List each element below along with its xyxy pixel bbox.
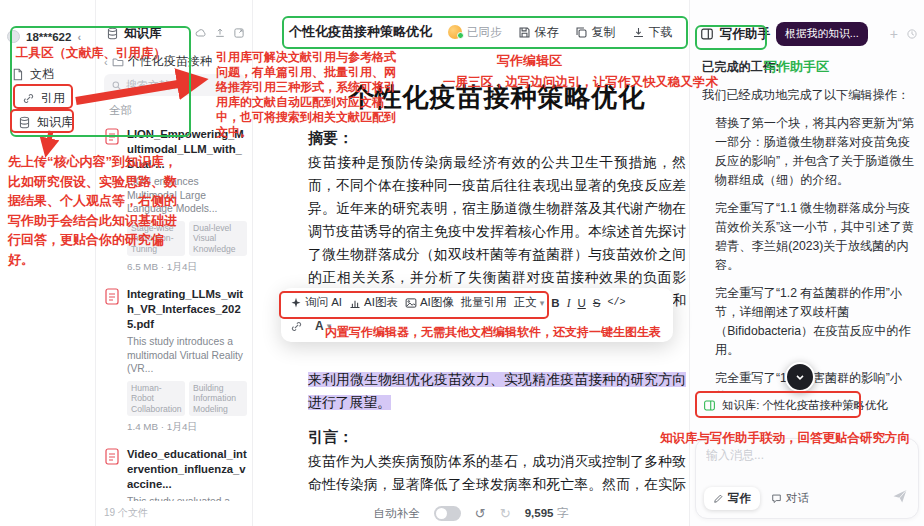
undo-icon[interactable]: ↺ xyxy=(475,506,486,521)
sidebar-item-knowledge-base[interactable]: 知识库 xyxy=(18,114,73,131)
abstract-highlighted-text: 来利用微生物组优化疫苗效力、实现精准疫苗接种的研究方向进行了展望。 xyxy=(308,368,686,414)
kb-panel-title: 知识库 xyxy=(106,25,162,42)
sidebar-item-citations[interactable]: 引用 xyxy=(22,90,65,107)
highlighted-selection: 来利用微生物组优化疫苗效力、实现精准疫苗接种的研究方向进行了展望。 xyxy=(308,372,686,410)
kb-filter-all[interactable]: 全部 xyxy=(109,103,132,118)
image-icon xyxy=(405,297,417,309)
assistant-panel-icon xyxy=(700,27,714,41)
upload-icon[interactable] xyxy=(214,27,226,39)
kb-folder-name: 个性化疫苗接种 xyxy=(128,53,212,70)
underline-button[interactable]: U xyxy=(578,297,586,309)
file-name: LION_Empowering_Multimodal_LLM_with_Dual… xyxy=(127,127,249,172)
chat-mode-button[interactable]: 对话 xyxy=(771,491,809,506)
sidebar-item-label: 文档 xyxy=(30,66,54,83)
kb-search-input[interactable] xyxy=(126,79,238,91)
kb-file-card[interactable]: LION_Empowering_Multimodal_LLM_with_Dual… xyxy=(105,127,249,274)
chart-icon xyxy=(349,297,361,309)
kb-folder-breadcrumb[interactable]: ‹ 个性化疫苗接种 xyxy=(104,53,212,70)
file-name: Integrating_LLMs_with_VR_Interfaces_2025… xyxy=(127,287,249,332)
document-title: 个性化疫苗接种策略优化 xyxy=(308,80,686,115)
save-icon xyxy=(518,26,531,39)
text-color-button[interactable]: A ▾ xyxy=(315,319,331,333)
done-heading: 已完成的工作: xyxy=(702,60,779,74)
chat-bubble-icon xyxy=(771,493,782,504)
assistant-step: 完全重写了“1.2 有益菌群的作用”小节，详细阐述了双歧杆菌（Bifidobac… xyxy=(702,284,915,360)
autocomplete-toggle[interactable] xyxy=(434,506,461,521)
send-icon[interactable] xyxy=(892,488,908,508)
sidebar-item-label: 引用 xyxy=(41,90,65,107)
file-tag: Dual-level Visual Knowledge xyxy=(189,221,247,257)
chevron-down-icon xyxy=(794,371,806,383)
editor-status-bar: 自动补全 ↺ ↻ 9,595 字 xyxy=(253,500,689,526)
italic-button[interactable]: I xyxy=(567,297,571,309)
file-tag: Human-Robot Collaboration xyxy=(127,381,185,417)
kb-file-count: 19 个文件 xyxy=(104,506,148,520)
file-description: This study evaluated a video-led educati… xyxy=(127,495,249,501)
cloud-icon[interactable] xyxy=(195,27,207,39)
citation-link-icon xyxy=(22,92,35,105)
copy-icon xyxy=(575,26,588,39)
assistant-title: 写作助手 xyxy=(720,26,770,43)
sidebar-item-documents[interactable]: 文档 xyxy=(11,66,54,83)
download-icon xyxy=(632,26,645,39)
write-mode-button[interactable]: 写作 xyxy=(704,487,760,510)
assistant-input-card: 写作 对话 xyxy=(695,438,919,519)
save-button[interactable]: 保存 xyxy=(518,24,559,41)
sync-status: 已同步 xyxy=(448,25,502,40)
assistant-step: 完全重写了“1.1 微生物群落成分与疫苗效价关系”这一小节，其中引述了黄碧青、李… xyxy=(702,199,915,275)
download-button[interactable]: 下载 xyxy=(632,24,673,41)
code-button[interactable]: </> xyxy=(607,297,625,308)
autocomplete-label: 自动补全 xyxy=(374,506,420,521)
user-id: 18***622 xyxy=(26,31,71,43)
file-tag: Building Information Modeling xyxy=(189,381,247,417)
new-chat-plus-icon[interactable]: + xyxy=(890,27,898,41)
pdf-file-icon xyxy=(105,448,119,465)
folder-icon xyxy=(112,56,124,68)
file-tag: Stage-wise Instruction-Tuning xyxy=(127,221,185,257)
file-name: Video_educational_intervention_influenza… xyxy=(127,447,249,492)
database-icon xyxy=(18,116,31,129)
copy-button[interactable]: 复制 xyxy=(575,24,616,41)
pdf-file-icon xyxy=(105,128,119,145)
abstract-heading: 摘要： xyxy=(308,129,686,148)
pencil-icon xyxy=(713,493,724,504)
kb-file-card[interactable]: Integrating_LLMs_with_VR_Interfaces_2025… xyxy=(105,287,249,434)
kb-file-card[interactable]: Video_educational_intervention_influenza… xyxy=(105,447,249,501)
search-icon xyxy=(111,80,122,91)
expand-icon[interactable] xyxy=(233,27,245,39)
assistant-step: 替换了第一个块，将其内容更新为“第一部分：肠道微生物群落对疫苗免疫反应的影响”，… xyxy=(702,114,915,190)
ask-ai-button[interactable]: 询问 AI xyxy=(290,295,342,310)
batch-cite-button[interactable]: 批量引用 xyxy=(461,295,507,310)
user-avatar xyxy=(7,30,20,43)
user-account[interactable]: 18***622 ‹ xyxy=(7,30,81,43)
database-icon xyxy=(106,27,119,40)
word-count: 9,595 字 xyxy=(525,506,568,521)
paragraph-style-select[interactable]: 正文 ▾ xyxy=(514,295,545,310)
kb-file-list: LION_Empowering_Multimodal_LLM_with_Dual… xyxy=(105,127,249,501)
book-icon xyxy=(703,399,716,412)
scroll-to-bottom-button[interactable] xyxy=(785,362,815,392)
back-chevron-icon[interactable]: ‹ xyxy=(104,56,108,68)
kb-context-chip[interactable]: 知识库: 个性化疫苗接种策略优化 xyxy=(703,398,888,413)
link-icon[interactable] xyxy=(290,320,303,333)
writing-assistant-panel: 写作助手 根据我的知识... + 已完成的工作: 我们已经成功地完成了以下编辑操… xyxy=(690,0,924,526)
file-meta: 1.4 MB · 1月4日 xyxy=(127,421,249,434)
collapse-chevron-icon[interactable]: ‹ xyxy=(77,31,81,43)
document-icon xyxy=(11,68,24,81)
redo-icon[interactable]: ↻ xyxy=(500,506,511,521)
ai-chart-button[interactable]: AI图表 xyxy=(349,295,398,310)
history-clock-icon[interactable] xyxy=(906,28,918,40)
ai-image-button[interactable]: AI图像 xyxy=(405,295,454,310)
selection-toolbar: 询问 AI AI图表 AI图像 批量引用 正文 ▾ B I xyxy=(281,288,673,342)
chevron-down-icon: ▾ xyxy=(327,321,332,331)
kb-search-box[interactable] xyxy=(104,74,245,96)
bold-button[interactable]: B xyxy=(551,297,559,309)
file-description: LION enhances Multimodal Large Language … xyxy=(127,175,249,216)
context-pill[interactable]: 根据我的知识... xyxy=(776,22,868,46)
intro-heading: 引言： xyxy=(308,428,686,447)
sidebar-item-label: 知识库 xyxy=(37,114,73,131)
message-input[interactable] xyxy=(706,448,908,462)
strikethrough-button[interactable]: S xyxy=(593,297,601,309)
app-window: 18***622 ‹ 文档 引用 知识库 知识库 ‹ 个性化疫苗 xyxy=(0,0,924,526)
editor-panel: 个性化疫苗接种策略优化 已同步 保存 复制 下载 分享 xyxy=(253,0,690,526)
